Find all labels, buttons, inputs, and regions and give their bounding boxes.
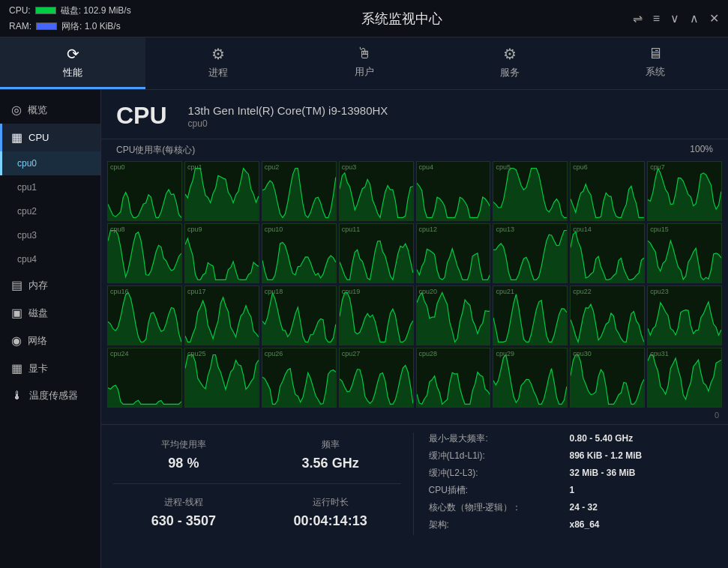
net-stat: 网络: 1.0 KiB/s [61,20,121,33]
sidebar-cpu4-label: cpu4 [17,254,37,265]
ram-label: RAM: [9,21,31,31]
info-key: CPU插槽: [429,484,564,497]
sidebar-item-disk[interactable]: ▣ 磁盘 [0,299,100,327]
svg-marker-16 [108,293,181,345]
svg-marker-3 [340,173,413,220]
sidebar-item-cpu4[interactable]: cpu4 [0,247,100,271]
svg-marker-0 [108,190,181,220]
cpu-core-label: cpu15 [650,226,669,233]
cpu-core-label: cpu13 [496,226,514,233]
cpu-graph-cell-cpu24: cpu24 [107,348,182,408]
sidebar-item-cpu[interactable]: ▦ CPU [0,124,100,151]
tab-process[interactable]: ⚙ 进程 [145,37,291,89]
sidebar-gpu-label: 显卡 [28,362,48,375]
cpu-graph-cell-cpu6: cpu6 [570,161,645,221]
adjust-icon[interactable]: ⇌ [633,11,643,25]
cpu-graph-cell-cpu21: cpu21 [493,285,568,345]
graph-zero: 0 [715,411,719,420]
cpu-core-label: cpu29 [496,350,514,357]
cpu-core-label: cpu3 [342,163,357,171]
cpu-core-label: cpu24 [110,350,129,357]
cpu-core-label: cpu20 [419,288,438,295]
cpu-graph-cell-cpu2: cpu2 [262,161,337,221]
freq-box: 频率 3.56 GHz [260,432,401,477]
svg-marker-31 [648,355,721,407]
proc-value: 630 - 3507 [151,513,216,529]
cpu-core-label: cpu22 [573,288,592,295]
uptime-value: 00:04:14:13 [294,513,367,529]
info-val: 1 [570,485,575,495]
info-key: 缓冲(L2-L3): [429,467,564,480]
sidebar-item-overview[interactable]: ◎ 概览 [0,96,100,124]
stats-left: 平均使用率 98 % 频率 3.56 GHz 进程-线程 630 - 3507 … [113,432,414,535]
sidebar-item-gpu[interactable]: ▦ 显卡 [0,354,100,382]
sidebar-item-network[interactable]: ◉ 网络 [0,327,100,354]
sidebar-cpu0-label: cpu0 [17,158,37,169]
chevron-up-icon[interactable]: ∧ [690,11,699,25]
cpu-core-label: cpu19 [342,288,361,295]
cpu-graph-cell-cpu31: cpu31 [647,348,722,408]
cpu-graph-cell-cpu12: cpu12 [416,223,491,283]
memory-icon: ▤ [11,278,22,292]
tab-user[interactable]: 🖱 用户 [291,37,436,89]
sidebar: ◎ 概览 ▦ CPU cpu0 cpu1 cpu2 cpu3 cpu4 ▤ 内存… [0,90,101,568]
info-row-2: 缓冲(L2-L3):32 MiB - 36 MiB [429,467,717,480]
chevron-down-icon[interactable]: ∨ [670,11,679,25]
cpu-core-label: cpu30 [573,350,592,357]
info-row-1: 缓冲(L1d-L1i):896 KiB - 1.2 MiB [429,450,717,462]
cpu-graph-cell-cpu4: cpu4 [416,161,491,221]
cpu-graph-cell-cpu14: cpu14 [570,223,645,283]
stats-right: 最小-最大频率:0.80 - 5.40 GHz缓冲(L1d-L1i):896 K… [414,432,717,535]
info-key: 架构: [429,519,564,531]
stat-divider [113,483,401,484]
cpu-core-label: cpu26 [265,350,283,357]
tab-performance[interactable]: ⟳ 性能 [0,37,145,89]
sidebar-cpu-label: CPU [28,132,49,143]
main-layout: ◎ 概览 ▦ CPU cpu0 cpu1 cpu2 cpu3 cpu4 ▤ 内存… [0,90,728,568]
cpu-core-label: cpu12 [419,226,438,233]
info-row-0: 最小-最大频率:0.80 - 5.40 GHz [429,432,717,445]
cpu-graph-cell-cpu7: cpu7 [647,161,722,221]
tab-performance-label: 性能 [63,66,82,79]
info-key: 最小-最大频率: [429,432,564,445]
close-icon[interactable]: ✕ [709,11,719,25]
sidebar-memory-label: 内存 [28,279,48,292]
svg-marker-29 [493,355,567,407]
overview-icon: ◎ [11,103,22,117]
cpu-graph-cell-cpu30: cpu30 [570,348,645,408]
sidebar-item-memory[interactable]: ▤ 内存 [0,271,100,299]
cpu-graph-cell-cpu9: cpu9 [184,223,259,283]
menu-icon[interactable]: ≡ [653,12,660,25]
cpu-model: 13th Gen Intel(R) Core(TM) i9-13980HX [188,103,388,118]
temp-icon: 🌡 [11,389,23,402]
cpu-core-label: cpu25 [187,350,206,357]
cpu-core-label: cpu4 [419,163,434,171]
avg-value: 98 % [168,456,199,471]
sidebar-item-cpu2[interactable]: cpu2 [0,199,100,223]
svg-marker-10 [262,242,336,283]
cpu-graph-cell-cpu15: cpu15 [647,223,722,283]
sidebar-item-cpu1[interactable]: cpu1 [0,175,100,199]
sidebar-item-temp[interactable]: 🌡 温度传感器 [0,382,100,409]
cpu-graph-cell-cpu18: cpu18 [262,285,337,345]
performance-icon: ⟳ [67,45,79,63]
gpu-icon: ▦ [11,361,22,375]
cpu-graph-cell-cpu17: cpu17 [184,285,259,345]
svg-marker-1 [185,169,259,220]
cpu-core-label: cpu1 [187,163,202,171]
sidebar-disk-label: 磁盘 [28,306,48,320]
svg-marker-7 [648,169,721,220]
system-icon: 🖥 [648,45,663,62]
cpu-core-label: cpu14 [573,226,592,233]
sidebar-item-cpu0[interactable]: cpu0 [0,151,100,175]
tab-system[interactable]: 🖥 系统 [583,37,728,89]
info-row-3: CPU插槽:1 [429,484,717,497]
avg-label: 平均使用率 [161,438,206,451]
topbar-stats: CPU: 磁盘: 102.9 MiB/s RAM: 网络: 1.0 KiB/s [9,4,174,33]
sidebar-item-cpu3[interactable]: cpu3 [0,223,100,247]
cpu-submodel: cpu0 [188,118,388,129]
cpu-graph-cell-cpu26: cpu26 [262,348,337,408]
tab-service[interactable]: ⚙ 服务 [437,37,583,89]
cpu-graph-cell-cpu11: cpu11 [339,223,414,283]
info-val: x86_64 [570,519,600,530]
